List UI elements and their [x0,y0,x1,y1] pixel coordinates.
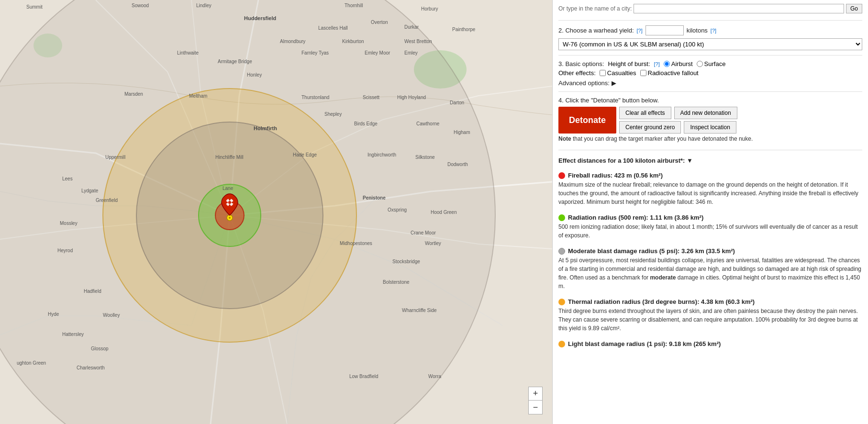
svg-text:Glossop: Glossop [91,346,109,351]
height-of-burst-label: Height of burst: [608,60,650,67]
svg-text:Horbury: Horbury [421,6,438,11]
svg-text:Worra: Worra [428,374,441,379]
svg-text:Lane: Lane [223,186,234,191]
svg-text:Almondbury: Almondbury [280,39,305,44]
yield-help-link[interactable]: [?] [637,28,643,33]
zoom-in-button[interactable]: + [529,387,542,401]
fireball-dot [558,172,565,179]
yield-label: 2. Choose a warhead yield: [558,27,634,34]
advanced-options-row[interactable]: Advanced options: ▶ [558,79,862,87]
svg-text:Sowood: Sowood [132,3,149,8]
svg-point-9 [229,217,231,219]
divider-3 [558,91,862,92]
radiation-title-row: Radiation radius (500 rem): 1.11 km (3.8… [558,214,862,221]
detonate-instruction: 4. Click the "Detonate" button below. [558,97,862,104]
svg-text:Wortley: Wortley [425,241,441,246]
svg-text:Wharncliffe Side: Wharncliffe Side [402,308,437,313]
svg-text:Heyrod: Heyrod [57,248,73,253]
surface-label: Surface [704,60,726,67]
svg-text:Midhopestones: Midhopestones [340,241,372,246]
thermal-dot [558,299,565,305]
blast-moderate-dot [558,248,565,255]
svg-text:Scissett: Scissett [363,95,379,100]
svg-text:Stocksbridge: Stocksbridge [392,259,420,264]
svg-text:Uppermill: Uppermill [105,155,125,160]
yield-row: 2. Choose a warhead yield: [?] 100 kilot… [558,25,862,35]
svg-text:Higham: Higham [454,130,470,135]
svg-text:Linthwaite: Linthwaite [177,50,199,56]
casualties-checkbox[interactable] [600,70,606,76]
fallout-label: Radioactive fallout [648,69,699,77]
surface-option[interactable]: Surface [697,60,726,67]
note-text: Note that you can drag the target marker… [558,135,862,142]
zoom-out-button[interactable]: − [529,401,542,414]
thermal-title: Thermal radiation radius (3rd degree bur… [568,298,755,305]
effect-distances-header[interactable]: Effect distances for a 100 kiloton airbu… [558,157,862,164]
yield-input[interactable]: 100 [645,25,684,35]
thermal-title-row: Thermal radiation radius (3rd degree bur… [558,298,862,305]
warhead-select[interactable]: W-76 (common in US & UK SLBM arsenal) (1… [558,38,862,50]
airburst-radio[interactable] [664,61,670,67]
svg-text:Emley: Emley [404,50,418,56]
svg-point-11 [228,201,231,204]
secondary-action-row-1: Clear all effects Add new detonation [619,107,737,119]
basic-options-row: 3. Basic options: Height of burst: [?] A… [558,60,862,77]
svg-text:Marsden: Marsden [124,91,143,97]
svg-text:Huddersfield: Huddersfield [244,15,276,21]
go-button[interactable]: Go [846,4,862,13]
svg-text:Lindley: Lindley [196,3,211,8]
airburst-option[interactable]: Airburst [664,60,693,67]
fallout-option[interactable]: Radioactive fallout [640,69,699,77]
divider-4 [558,150,862,150]
center-ground-zero-button[interactable]: Center ground zero [619,121,681,134]
svg-text:Woolley: Woolley [103,312,120,318]
svg-text:Lees: Lees [62,176,73,181]
secondary-action-row-2: Center ground zero Inspect location [619,121,737,134]
burst-options-row: 3. Basic options: Height of burst: [?] A… [558,60,862,67]
svg-text:Silkstone: Silkstone [415,155,435,160]
radiation-title: Radiation radius (500 rem): 1.11 km (3.8… [568,214,703,221]
city-search-input[interactable] [634,4,844,13]
other-effects-label: Other effects: [558,69,596,77]
surface-radio[interactable] [697,61,703,67]
svg-text:Ingbirchworth: Ingbirchworth [367,152,396,157]
svg-text:Mossley: Mossley [60,221,78,226]
detonate-button[interactable]: Detonate [558,107,616,134]
map-container[interactable]: Summit Sowood Lindley Thornhill Horbury … [0,0,552,424]
svg-text:West Bretton: West Bretton [404,39,432,44]
advanced-options-label: Advanced options: [558,79,610,87]
svg-text:High Hoyland: High Hoyland [397,95,426,100]
svg-text:Meltham: Meltham [189,93,207,99]
city-search-label: Or type in the name of a city: [558,5,632,12]
thermal-effect: Thermal radiation radius (3rd degree bur… [558,298,862,333]
svg-text:Cawthorne: Cawthorne [416,121,440,126]
casualties-option[interactable]: Casualties [600,69,636,77]
svg-text:Hade Edge: Hade Edge [293,152,317,157]
add-new-detonation-button[interactable]: Add new detonation [674,107,737,119]
blast-light-effect: Light blast damage radius (1 psi): 9.18 … [558,340,862,349]
svg-text:Hattersley: Hattersley [62,332,84,337]
zoom-controls: + − [528,387,543,414]
blast-moderate-title: Moderate blast damage radius (5 psi): 3.… [568,247,735,255]
fallout-checkbox[interactable] [640,70,646,76]
svg-text:Penistone: Penistone [363,195,386,201]
blast-moderate-desc: At 5 psi overpressure, most residential … [558,256,862,290]
yield-help2-link[interactable]: [?] [711,28,716,33]
blast-light-title: Light blast damage radius (1 psi): 9.18 … [568,340,721,347]
svg-text:Lydgate: Lydgate [81,188,99,193]
svg-text:Overton: Overton [371,20,388,25]
svg-text:Painthorpe: Painthorpe [452,27,476,32]
fireball-desc: Maximum size of the nuclear fireball; re… [558,180,862,206]
svg-text:Hyde: Hyde [48,312,59,317]
height-help-link[interactable]: [?] [654,61,660,67]
svg-text:Hinchliffe Mill: Hinchliffe Mill [215,155,244,160]
svg-text:Durkar: Durkar [404,24,419,30]
radiation-dot [558,214,565,221]
fireball-title-row: Fireball radius: 423 m (0.56 km²) [558,172,862,179]
svg-text:Oxspring: Oxspring [388,207,407,212]
blast-light-title-row: Light blast damage radius (1 psi): 9.18 … [558,340,862,347]
advanced-arrow-icon: ▶ [612,79,616,87]
casualties-label: Casualties [607,69,636,77]
inspect-location-button[interactable]: Inspect location [684,121,736,134]
clear-all-effects-button[interactable]: Clear all effects [619,107,671,119]
